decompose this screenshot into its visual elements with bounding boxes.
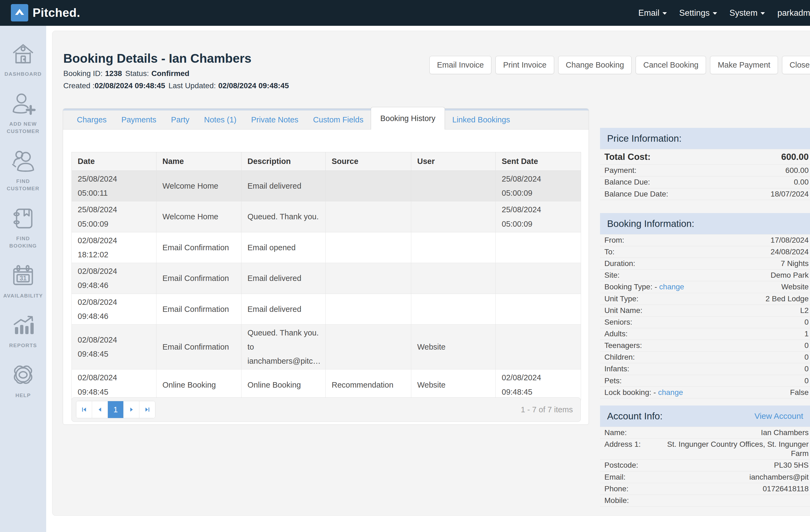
phone-row: Phone:01726418118 bbox=[600, 483, 810, 495]
sidebar-item-reports[interactable]: REPORTS bbox=[1, 312, 45, 349]
col-header-name[interactable]: Name bbox=[157, 152, 242, 171]
table-row[interactable]: 02/08/2024 18:12:02 Email Confirmation E… bbox=[72, 232, 581, 263]
sidebar-item-availability[interactable]: 31 AVAILABILITY bbox=[1, 263, 45, 300]
pager-summary: 1 - 7 of 7 items bbox=[521, 405, 576, 414]
table-row[interactable]: 02/08/2024 09:48:45 Online Booking Onlin… bbox=[72, 369, 581, 400]
svg-text:31: 31 bbox=[19, 275, 27, 282]
chevron-down-icon bbox=[713, 12, 717, 15]
action-buttons: Email Invoice Print Invoice Change Booki… bbox=[430, 56, 810, 74]
tab-linked-bookings[interactable]: Linked Bookings bbox=[445, 111, 517, 129]
menu-email[interactable]: Email bbox=[638, 8, 667, 18]
print-invoice-button[interactable]: Print Invoice bbox=[496, 56, 554, 74]
table-row[interactable]: 02/08/2024 09:48:46 Email Confirmation E… bbox=[72, 263, 581, 294]
pager-last-button[interactable] bbox=[139, 401, 155, 418]
account-info-rows: Name:Ian Chambers Address 1:St. Ingunger… bbox=[600, 427, 810, 506]
teenagers-row: Teenagers:0 bbox=[600, 340, 810, 351]
email-row: Email:ianchambers@pit bbox=[600, 471, 810, 483]
people-icon bbox=[10, 148, 36, 174]
arrow-left-icon bbox=[96, 406, 103, 413]
life-ring-icon bbox=[10, 362, 36, 388]
sidebar-item-help[interactable]: HELP bbox=[1, 362, 45, 399]
tab-charges[interactable]: Charges bbox=[69, 111, 114, 129]
top-navbar: Pitched. Email Settings System parkadmin bbox=[0, 0, 810, 26]
sidebar: DASHBOARD ADD NEW CUSTOMER FIND CUSTOMER… bbox=[0, 26, 46, 532]
booking-type-row: Booking Type: - change Website bbox=[600, 281, 810, 293]
tab-party[interactable]: Party bbox=[164, 111, 197, 129]
infants-row: Infants:0 bbox=[600, 363, 810, 375]
booking-id-value: 1238 bbox=[105, 69, 122, 78]
change-lock-booking-link[interactable]: change bbox=[658, 388, 683, 397]
chevron-down-icon bbox=[663, 12, 667, 15]
total-cost-row: Total Cost: 600.00 bbox=[600, 149, 810, 165]
children-row: Children:0 bbox=[600, 351, 810, 363]
pager-page-1[interactable]: 1 bbox=[108, 401, 124, 418]
close-button[interactable]: Close bbox=[782, 56, 810, 74]
seek-first-icon bbox=[81, 406, 88, 413]
created-updated-line: Created :02/08/2024 09:48:45Last Updated… bbox=[63, 81, 292, 90]
col-header-source[interactable]: Source bbox=[326, 152, 411, 171]
col-header-date[interactable]: Date bbox=[72, 152, 157, 171]
account-info-header: Account Info: View Account bbox=[600, 405, 810, 427]
house-icon bbox=[10, 41, 36, 67]
col-header-sent-date[interactable]: Sent Date bbox=[496, 152, 581, 171]
status-badge: Confirmed bbox=[151, 69, 189, 78]
menu-user[interactable]: parkadmin bbox=[777, 8, 810, 18]
bar-chart-icon bbox=[10, 312, 36, 338]
tab-custom-fields[interactable]: Custom Fields bbox=[306, 111, 371, 129]
tab-payments[interactable]: Payments bbox=[114, 111, 164, 129]
view-account-link[interactable]: View Account bbox=[754, 412, 803, 421]
site-row: Site:Demo Park bbox=[600, 269, 810, 281]
status-label: Status: bbox=[125, 69, 149, 78]
price-info-header: Price Information: bbox=[600, 128, 810, 149]
change-booking-button[interactable]: Change Booking bbox=[558, 56, 632, 74]
price-info-rows: Total Cost: 600.00 Payment: 600.00 Balan… bbox=[600, 149, 810, 200]
tab-private-notes[interactable]: Private Notes bbox=[244, 111, 306, 129]
pager-next-button[interactable] bbox=[124, 401, 139, 418]
payment-row: Payment: 600.00 bbox=[600, 165, 810, 177]
change-booking-type-link[interactable]: change bbox=[659, 283, 684, 291]
booking-id-label: Booking ID: bbox=[63, 69, 103, 78]
postcode-row: Postcode:PL30 5HS bbox=[600, 460, 810, 471]
tab-booking-history[interactable]: Booking History bbox=[371, 107, 445, 130]
sidebar-item-dashboard[interactable]: DASHBOARD bbox=[1, 41, 45, 78]
seniors-row: Seniors:0 bbox=[600, 316, 810, 328]
col-header-user[interactable]: User bbox=[411, 152, 496, 171]
brand-name: Pitched. bbox=[33, 6, 80, 19]
table-row[interactable]: 02/08/2024 09:48:45 Email Confirmation Q… bbox=[72, 325, 581, 369]
make-payment-button[interactable]: Make Payment bbox=[710, 56, 778, 74]
updated-value: 02/08/2024 09:48:45 bbox=[218, 81, 289, 90]
address-row: Address 1:St. Ingunger Country Offices, … bbox=[600, 439, 810, 460]
col-header-description[interactable]: Description bbox=[242, 152, 326, 171]
sidebar-item-find-customer[interactable]: FIND CUSTOMER bbox=[1, 148, 45, 193]
table-header-row: Date Name Description Source User Sent D… bbox=[72, 152, 581, 171]
seek-last-icon bbox=[144, 406, 151, 413]
booking-tabs-container: Charges Payments Party Notes (1) Private… bbox=[63, 108, 589, 425]
pager-prev-button[interactable] bbox=[92, 401, 108, 418]
email-invoice-button[interactable]: Email Invoice bbox=[430, 56, 491, 74]
booking-history-table: Date Name Description Source User Sent D… bbox=[71, 152, 581, 400]
sidebar-item-find-booking[interactable]: FIND BOOKING bbox=[1, 205, 45, 250]
name-row: Name:Ian Chambers bbox=[600, 427, 810, 439]
table-row[interactable]: 02/08/2024 09:48:46 Email Confirmation E… bbox=[72, 294, 581, 325]
duration-row: Duration:7 Nights bbox=[600, 258, 810, 269]
pager-buttons: 1 bbox=[76, 401, 156, 418]
tab-notes[interactable]: Notes (1) bbox=[197, 111, 244, 129]
pager-first-button[interactable] bbox=[76, 401, 92, 418]
tab-strip: Charges Payments Party Notes (1) Private… bbox=[63, 109, 589, 130]
table-pager: 1 1 - 7 of 7 items bbox=[71, 397, 581, 422]
price-info-title: Price Information: bbox=[607, 133, 681, 144]
calendar-icon: 31 bbox=[10, 263, 36, 289]
menu-settings[interactable]: Settings bbox=[679, 8, 717, 18]
lock-booking-row: Lock booking: - change False bbox=[600, 387, 810, 398]
cancel-booking-button[interactable]: Cancel Booking bbox=[636, 56, 706, 74]
table-row[interactable]: 25/08/2024 05:00:11 Welcome Home Email d… bbox=[72, 171, 581, 201]
created-value: 02/08/2024 09:48:45 bbox=[95, 81, 165, 90]
sidebar-item-add-new-customer[interactable]: ADD NEW CUSTOMER bbox=[1, 91, 45, 135]
table-row[interactable]: 25/08/2024 05:00:09 Welcome Home Queued.… bbox=[72, 201, 581, 232]
brand[interactable]: Pitched. bbox=[11, 4, 80, 21]
unit-name-row: Unit Name:L2 bbox=[600, 305, 810, 316]
booking-id-status-line: Booking ID:1238Status:Confirmed bbox=[63, 69, 292, 78]
pets-row: Pets:0 bbox=[600, 375, 810, 387]
balance-due-date-row: Balance Due Date: 18/07/2024 bbox=[600, 188, 810, 200]
menu-system[interactable]: System bbox=[730, 8, 765, 18]
